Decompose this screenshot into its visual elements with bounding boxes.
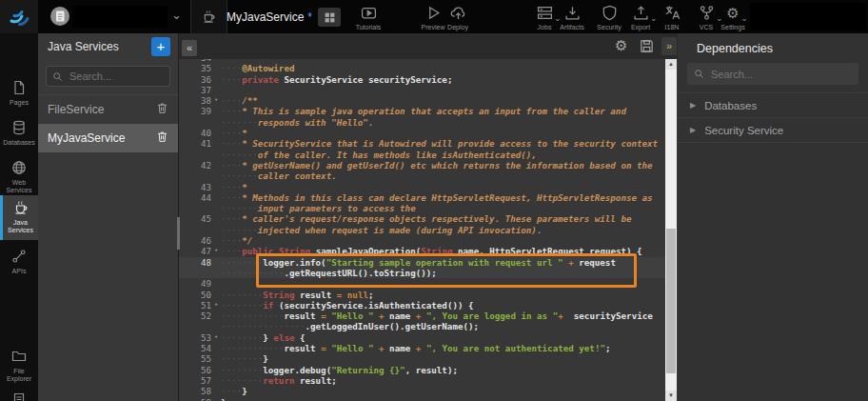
code-text: ················.getLoggedInUser().getUs… <box>221 321 665 331</box>
service-name: MyJavaService <box>48 131 156 145</box>
fold-gutter <box>211 150 221 160</box>
java-services-label: Java Services <box>4 219 38 233</box>
line-number: 50 <box>179 290 211 300</box>
fold-gutter <box>211 63 221 73</box>
line-number: 51 <box>179 300 211 311</box>
fold-gutter <box>211 353 221 364</box>
code-line-41: 41····* SecurityService that is Autowire… <box>179 138 665 149</box>
project-chevron-down-icon[interactable]: ⌄ <box>171 8 182 22</box>
code-text: ····private SecurityService securityServ… <box>221 74 665 85</box>
line-number: 48 <box>179 257 211 268</box>
code-text: ····* Methods in this class can declare … <box>221 192 665 203</box>
code-line-36: 36····private SecurityService securitySe… <box>179 74 665 85</box>
grid-icon <box>324 11 336 24</box>
editor-settings-gear-icon[interactable]: ⚙ <box>615 37 627 54</box>
sidebar-item-web-services[interactable]: Web Services <box>0 155 38 193</box>
pages-icon <box>11 80 27 96</box>
editor-left-scroll-thumb[interactable] <box>177 217 180 250</box>
code-text: ····* <box>221 182 665 192</box>
fold-toggle-icon[interactable]: ▾ <box>211 246 221 256</box>
sidebar-item-databases[interactable]: Databases <box>0 115 38 147</box>
fold-gutter <box>211 128 221 138</box>
editor-vertical-scrollbar[interactable]: ▲ ▼ <box>665 59 677 401</box>
fold-gutter <box>211 235 221 246</box>
sidebar-item-logs[interactable]: Logs <box>0 388 38 401</box>
expand-arrow-icon[interactable]: ▶ <box>690 126 696 134</box>
delete-trash-icon[interactable] <box>156 130 168 146</box>
service-search-input[interactable] <box>68 70 164 83</box>
line-number: 57 <box>179 375 211 386</box>
panel-title: Java Services <box>48 40 151 53</box>
app-logo[interactable] <box>0 0 38 33</box>
fold-gutter <box>211 290 221 300</box>
sidebar-item-pages[interactable]: Pages <box>0 75 38 107</box>
fold-toggle-icon[interactable]: ▾ <box>211 95 221 106</box>
sidebar-item-file-explorer[interactable]: File Explorer <box>0 344 38 382</box>
code-text: ·······responds with "Hello". <box>221 117 665 128</box>
fold-gutter <box>211 397 221 401</box>
code-text: ····*/ <box>221 235 665 246</box>
expand-panel-button[interactable]: » <box>661 37 677 55</box>
fold-gutter <box>211 343 221 353</box>
dependency-item-databases[interactable]: ▶Databases <box>678 92 868 118</box>
line-number: 43 <box>179 182 211 192</box>
dependency-label: Databases <box>704 100 757 111</box>
line-number: 37 <box>179 85 211 95</box>
dependency-label: Security Service <box>704 125 783 136</box>
code-text: ····* This is sample java operation that… <box>221 106 665 116</box>
scroll-up-arrow[interactable]: ▲ <box>665 59 677 70</box>
apis-icon <box>11 249 27 265</box>
sidebar-item-apis[interactable]: APIs <box>0 244 38 275</box>
code-line-37: 37 <box>179 85 665 95</box>
service-item-fileservice[interactable]: FileService <box>38 95 178 124</box>
fold-gutter <box>211 321 221 331</box>
settings-chevron-down-icon[interactable]: ⌄ <box>740 13 748 23</box>
service-item-myjavaservice[interactable]: MyJavaService <box>38 124 178 152</box>
deploy-icon <box>450 5 466 21</box>
code-line-35: 35····@Autowired <box>179 63 665 73</box>
fold-gutter <box>211 170 221 181</box>
line-number <box>179 225 211 235</box>
dependency-item-security-service[interactable]: ▶Security Service <box>678 118 868 143</box>
security-icon <box>602 5 618 21</box>
tab-myjavaservice[interactable]: MyJavaService * <box>227 0 316 33</box>
dependencies-search-input[interactable] <box>709 68 852 81</box>
code-text: ····/** <box>221 95 665 106</box>
line-number: 39 <box>179 106 211 116</box>
delete-trash-icon[interactable] <box>156 102 168 117</box>
fold-toggle-icon[interactable]: ▾ <box>211 300 221 311</box>
settings-button[interactable]: ⚙⌄Settings <box>711 5 755 30</box>
sidebar-item-java-services[interactable]: Java Services <box>0 195 38 240</box>
settings-icon: ⚙⌄ <box>726 5 739 21</box>
scrollbar-thumb[interactable] <box>666 229 676 373</box>
save-button[interactable] <box>640 39 654 57</box>
tutorials-button[interactable]: Tutorials <box>346 5 390 30</box>
fold-gutter <box>211 74 221 85</box>
apis-label: APIs <box>2 268 36 275</box>
code-line-55: 55········} <box>179 353 665 364</box>
deploy-button[interactable]: Deploy <box>436 5 480 30</box>
code-editor: « ⚙ » 3435····@Autowired36····private Se… <box>178 33 679 401</box>
fold-toggle-icon[interactable]: ▾ <box>211 332 221 343</box>
scroll-down-arrow[interactable]: ▼ <box>665 391 677 401</box>
expand-arrow-icon[interactable]: ▶ <box>690 101 696 110</box>
line-number: 44 <box>179 192 211 203</box>
code-line-51: 51▾········if (securityService.isAuthent… <box>179 300 665 311</box>
line-number: 56 <box>179 365 211 375</box>
java-service-tab-icon[interactable] <box>190 0 227 33</box>
logs-icon <box>11 392 27 401</box>
dashboard-grid-button[interactable] <box>318 8 341 27</box>
collapse-panel-button[interactable]: « <box>182 40 197 56</box>
security-label: Security <box>597 24 621 30</box>
service-search-box[interactable] <box>46 66 170 87</box>
code-area[interactable]: 3435····@Autowired36····private Security… <box>179 59 665 401</box>
search-icon <box>694 69 704 79</box>
service-name: FileService <box>48 103 156 116</box>
code-text: ····public String sampleJavaOperation(St… <box>221 246 665 256</box>
project-icon[interactable] <box>49 6 70 27</box>
fold-gutter <box>211 138 221 149</box>
add-service-button[interactable]: + <box>151 37 170 56</box>
code-line-40: 40····* <box>179 128 665 138</box>
dependencies-search-box[interactable] <box>687 63 858 85</box>
i18n-label: I18N <box>665 24 680 30</box>
